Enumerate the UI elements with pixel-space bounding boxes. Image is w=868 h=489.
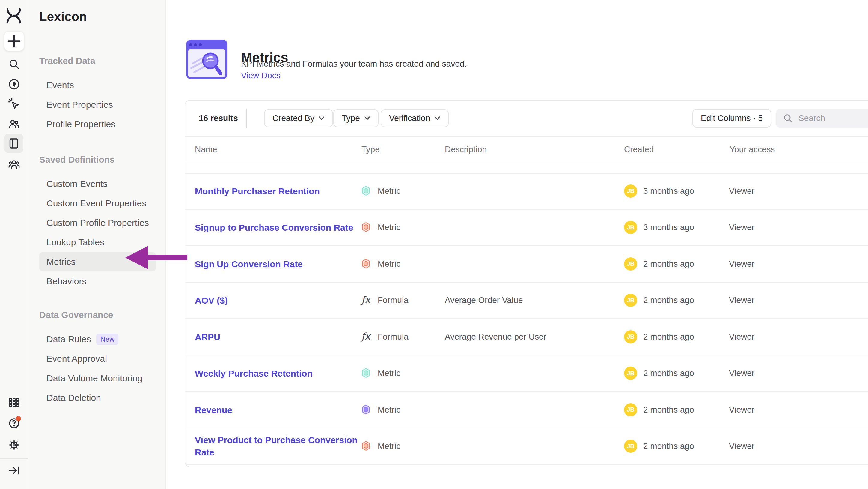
sidebar-item-label: Event Approval: [46, 354, 107, 364]
column-header: Created: [624, 145, 654, 154]
sidebar-item[interactable]: Lookup Tables: [29, 232, 165, 252]
sidebar-item-label: Event Properties: [46, 99, 113, 110]
create-button[interactable]: [4, 31, 24, 51]
teams-nav-icon[interactable]: [8, 159, 20, 170]
sidebar-item[interactable]: Event Properties: [29, 95, 165, 114]
table-row: ARPU ƒx Formula Average Revenue per User…: [185, 319, 868, 355]
search-icon: [783, 113, 793, 123]
filter-label: Verification: [389, 113, 430, 123]
metric-name-link[interactable]: Sign Up Conversion Rate: [195, 258, 303, 270]
hexagon-icon: [362, 259, 370, 269]
hexagon-icon: [362, 368, 370, 378]
chevron-down-icon: [434, 116, 440, 120]
formula-icon: ƒx: [362, 331, 370, 342]
created-time: 2 months ago: [643, 441, 694, 451]
column-header: Name: [195, 145, 217, 154]
type-label: Metric: [378, 259, 400, 269]
table-body[interactable]: Monthly Purchaser Retention ƒx Metric JB…: [185, 173, 868, 465]
hexagon-icon: [362, 441, 370, 451]
filter-button-type[interactable]: Type: [333, 109, 378, 127]
sidebar-item-active[interactable]: Metrics: [39, 252, 156, 271]
created-time: 2 months ago: [643, 295, 694, 305]
search-nav-icon[interactable]: [8, 58, 20, 70]
lexicon-nav-icon-active[interactable]: [4, 134, 23, 153]
hexagon-icon: [362, 186, 370, 196]
users-nav-icon[interactable]: [8, 118, 20, 130]
sidebar-item-label: Events: [46, 80, 74, 90]
plus-icon: [4, 31, 24, 51]
metric-name-link[interactable]: Weekly Purchase Retention: [195, 367, 313, 379]
sidebar-section-title: Tracked Data: [39, 56, 165, 66]
page-description: KPI Metrics and Formulas your team has c…: [241, 58, 467, 70]
sidebar-section: Data Governance Data Rules New Event App…: [29, 310, 165, 407]
metric-name-link[interactable]: Signup to Purchase Conversion Rate: [195, 222, 353, 234]
book-icon: [8, 137, 20, 149]
sidebar-item-label: Custom Event Properties: [46, 198, 146, 208]
search-input[interactable]: [798, 113, 868, 123]
sidebar-item[interactable]: Custom Events: [29, 174, 165, 194]
sidebar-title: Lexicon: [39, 9, 165, 25]
table-row: Signup to Purchase Conversion Rate ƒx Me…: [185, 210, 868, 246]
edit-columns-label: Edit Columns · 5: [701, 113, 763, 123]
scrolled-row-sliver: [185, 163, 868, 174]
collapse-sidebar-icon[interactable]: [8, 464, 20, 477]
created-time: 2 months ago: [643, 368, 694, 378]
sidebar-item-label: Data Volume Monitoring: [46, 373, 143, 383]
metric-type-icon: ƒx: [362, 331, 373, 343]
type-label: Metric: [378, 368, 400, 378]
table-row: View Product to Purchase Conversion Rate…: [185, 428, 868, 465]
sidebar-item[interactable]: Data Deletion: [29, 388, 165, 407]
new-badge: New: [96, 334, 118, 345]
rail-divider: [0, 458, 28, 459]
column-header: Description: [445, 145, 487, 154]
sidebar-item[interactable]: Custom Profile Properties: [29, 213, 165, 232]
settings-gear-icon[interactable]: [8, 439, 20, 451]
type-label: Metric: [378, 186, 400, 196]
sidebar-item[interactable]: Data Volume Monitoring: [29, 368, 165, 388]
description-text: Average Revenue per User: [445, 332, 547, 342]
sidebar-item[interactable]: Events: [29, 75, 165, 95]
sidebar-item[interactable]: Behaviors: [29, 271, 165, 291]
metrics-table-card: 16 results Created ByTypeVerification Ed…: [185, 100, 868, 467]
view-docs-link[interactable]: View Docs: [241, 69, 281, 82]
table-row: AOV ($) ƒx Formula Average Order Value J…: [185, 283, 868, 319]
sidebar-item-label: Profile Properties: [46, 119, 115, 129]
creator-avatar: JB: [624, 403, 637, 416]
metrics-page-icon: [186, 39, 228, 80]
creator-avatar: JB: [624, 184, 637, 198]
created-time: 3 months ago: [643, 223, 694, 232]
description-text: Average Order Value: [445, 295, 523, 305]
sidebar-item-label: Behaviors: [46, 276, 86, 287]
metric-name-link[interactable]: Monthly Purchaser Retention: [195, 185, 320, 197]
help-icon[interactable]: [8, 417, 20, 429]
apps-grid-icon[interactable]: [8, 397, 20, 409]
sidebar-section: Tracked Data Events Event Properties Pro…: [29, 56, 165, 134]
hexagon-icon: [362, 222, 370, 232]
metric-name-link[interactable]: AOV ($): [195, 294, 228, 307]
sidebar-item-label: Data Rules: [46, 334, 91, 344]
boards-nav-icon[interactable]: [8, 78, 20, 90]
edit-columns-button[interactable]: Edit Columns · 5: [692, 109, 771, 127]
events-nav-icon[interactable]: [8, 98, 20, 110]
creator-avatar: JB: [624, 221, 637, 234]
chevron-down-icon: [364, 116, 370, 120]
sidebar-item-label: Metrics: [46, 257, 75, 267]
metric-name-link[interactable]: ARPU: [195, 330, 220, 343]
sidebar-item[interactable]: Event Approval: [29, 349, 165, 368]
type-label: Metric: [378, 441, 400, 451]
filter-button-verification[interactable]: Verification: [381, 109, 449, 127]
filter-label: Type: [342, 113, 360, 123]
formula-icon: ƒx: [362, 294, 370, 305]
created-time: 2 months ago: [643, 332, 694, 342]
access-level: Viewer: [729, 186, 754, 196]
metric-name-link[interactable]: Revenue: [195, 403, 232, 416]
app-root: Lexicon Tracked Data Events Event Proper…: [0, 0, 868, 489]
sidebar-item[interactable]: Custom Event Properties: [29, 194, 165, 213]
sidebar-item[interactable]: Profile Properties: [29, 114, 165, 134]
sidebar-item-label: Custom Profile Properties: [46, 218, 149, 228]
access-level: Viewer: [729, 368, 754, 378]
filter-button-created-by[interactable]: Created By: [264, 109, 333, 127]
sidebar-item-label: Data Deletion: [46, 393, 101, 403]
sidebar-item[interactable]: Data Rules New: [29, 329, 165, 349]
metric-name-link[interactable]: View Product to Purchase Conversion Rate: [195, 434, 363, 458]
